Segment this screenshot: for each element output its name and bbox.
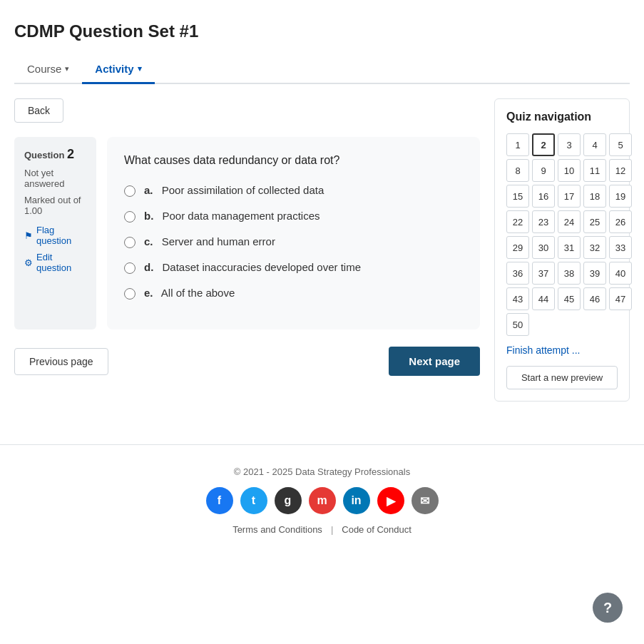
youtube-icon[interactable]: ▶ — [377, 487, 404, 514]
nav-cell-46[interactable]: 46 — [583, 287, 606, 310]
nav-cell-44[interactable]: 44 — [532, 287, 555, 310]
edit-question-link[interactable]: ⚙ Edit question — [24, 252, 86, 273]
nav-cell-47[interactable]: 47 — [609, 287, 632, 310]
nav-cell-33[interactable]: 33 — [609, 236, 632, 259]
linkedin-icon[interactable]: in — [343, 487, 370, 514]
nav-cell-11[interactable]: 11 — [583, 159, 606, 182]
question-main: What causes data redundancy or data rot?… — [107, 137, 480, 329]
flag-icon: ⚑ — [24, 230, 33, 241]
nav-buttons: Previous page Next page — [14, 347, 480, 376]
gear-icon: ⚙ — [24, 257, 33, 268]
help-button[interactable]: ? — [593, 593, 623, 623]
tab-bar: Course ▾ Activity ▾ — [14, 56, 630, 84]
next-page-button[interactable]: Next page — [389, 347, 480, 376]
finish-attempt-link[interactable]: Finish attempt ... — [506, 344, 618, 356]
option-e[interactable]: e. All of the above — [124, 287, 463, 300]
question-label: Question 2 — [24, 147, 86, 162]
nav-cell-5[interactable]: 5 — [609, 133, 632, 156]
option-a-radio[interactable] — [124, 185, 136, 197]
nav-cell-31[interactable]: 31 — [558, 236, 581, 259]
nav-cell-2[interactable]: 2 — [532, 133, 555, 156]
quiz-nav-box: Quiz navigation 123458910111215161718192… — [494, 98, 630, 402]
nav-cell-3[interactable]: 3 — [558, 133, 581, 156]
option-c[interactable]: c. Server and human error — [124, 235, 463, 248]
medium-icon[interactable]: m — [309, 487, 336, 514]
option-c-radio[interactable] — [124, 237, 136, 248]
nav-cell-32[interactable]: 32 — [583, 236, 606, 259]
github-icon[interactable]: g — [275, 487, 302, 514]
left-panel: Back Question 2 Not yet answered Marked … — [14, 98, 480, 402]
chevron-down-icon: ▾ — [138, 64, 142, 73]
nav-cell-17[interactable]: 17 — [558, 185, 581, 208]
back-button[interactable]: Back — [14, 98, 63, 123]
nav-cell-24[interactable]: 24 — [558, 210, 581, 233]
nav-cell-4[interactable]: 4 — [583, 133, 606, 156]
nav-cell-26[interactable]: 26 — [609, 210, 632, 233]
nav-cell-39[interactable]: 39 — [583, 262, 606, 285]
nav-cell-45[interactable]: 45 — [558, 287, 581, 310]
footer: © 2021 - 2025 Data Strategy Professional… — [0, 444, 644, 556]
tab-course[interactable]: Course ▾ — [14, 56, 82, 84]
footer-separator: | — [331, 524, 333, 535]
tab-activity[interactable]: Activity ▾ — [82, 56, 154, 84]
nav-cell-10[interactable]: 10 — [558, 159, 581, 182]
nav-cell-36[interactable]: 36 — [506, 262, 529, 285]
option-b-radio[interactable] — [124, 211, 136, 223]
terms-link[interactable]: Terms and Conditions — [232, 524, 322, 535]
tab-activity-label: Activity — [95, 63, 133, 75]
question-info-box: Question 2 Not yet answered Marked out o… — [14, 137, 96, 329]
page-title: CDMP Question Set #1 — [14, 21, 630, 41]
nav-cell-50[interactable]: 50 — [506, 313, 529, 336]
marked-out: Marked out of 1.00 — [24, 195, 86, 216]
question-text: What causes data redundancy or data rot? — [124, 154, 463, 167]
footer-copyright: © 2021 - 2025 Data Strategy Professional… — [14, 466, 630, 477]
question-layout: Question 2 Not yet answered Marked out o… — [14, 137, 480, 329]
chevron-down-icon: ▾ — [65, 64, 69, 73]
nav-cell-19[interactable]: 19 — [609, 185, 632, 208]
tab-course-label: Course — [27, 63, 61, 75]
email-icon[interactable]: ✉ — [412, 487, 439, 514]
question-status: Not yet answered — [24, 168, 86, 189]
option-e-radio[interactable] — [124, 288, 136, 300]
quiz-nav-grid: 1234589101112151617181922232425262930313… — [506, 133, 618, 336]
nav-cell-8[interactable]: 8 — [506, 159, 529, 182]
conduct-link[interactable]: Code of Conduct — [342, 524, 412, 535]
prev-page-button[interactable]: Previous page — [14, 348, 108, 375]
nav-cell-1[interactable]: 1 — [506, 133, 529, 156]
nav-cell-43[interactable]: 43 — [506, 287, 529, 310]
nav-cell-29[interactable]: 29 — [506, 236, 529, 259]
option-a[interactable]: a. Poor assimilation of collected data — [124, 184, 463, 197]
footer-links: Terms and Conditions | Code of Conduct — [14, 524, 630, 535]
option-d-radio[interactable] — [124, 262, 136, 274]
new-preview-button[interactable]: Start a new preview — [506, 366, 618, 389]
flag-question-link[interactable]: ⚑ Flag question — [24, 225, 86, 246]
right-panel: Quiz navigation 123458910111215161718192… — [494, 98, 630, 402]
nav-cell-16[interactable]: 16 — [532, 185, 555, 208]
twitter-icon[interactable]: t — [240, 487, 267, 514]
nav-cell-12[interactable]: 12 — [609, 159, 632, 182]
nav-cell-22[interactable]: 22 — [506, 210, 529, 233]
nav-cell-18[interactable]: 18 — [583, 185, 606, 208]
nav-cell-40[interactable]: 40 — [609, 262, 632, 285]
nav-cell-15[interactable]: 15 — [506, 185, 529, 208]
option-d[interactable]: d. Dataset inaccuracies developed over t… — [124, 261, 463, 274]
quiz-nav-title: Quiz navigation — [506, 111, 618, 123]
nav-cell-38[interactable]: 38 — [558, 262, 581, 285]
nav-cell-23[interactable]: 23 — [532, 210, 555, 233]
facebook-icon[interactable]: f — [206, 487, 233, 514]
nav-cell-37[interactable]: 37 — [532, 262, 555, 285]
social-icons: ftgmin▶✉ — [14, 487, 630, 514]
option-b[interactable]: b. Poor data management practices — [124, 210, 463, 223]
nav-cell-25[interactable]: 25 — [583, 210, 606, 233]
nav-cell-30[interactable]: 30 — [532, 236, 555, 259]
nav-cell-9[interactable]: 9 — [532, 159, 555, 182]
question-number: 2 — [67, 147, 74, 161]
